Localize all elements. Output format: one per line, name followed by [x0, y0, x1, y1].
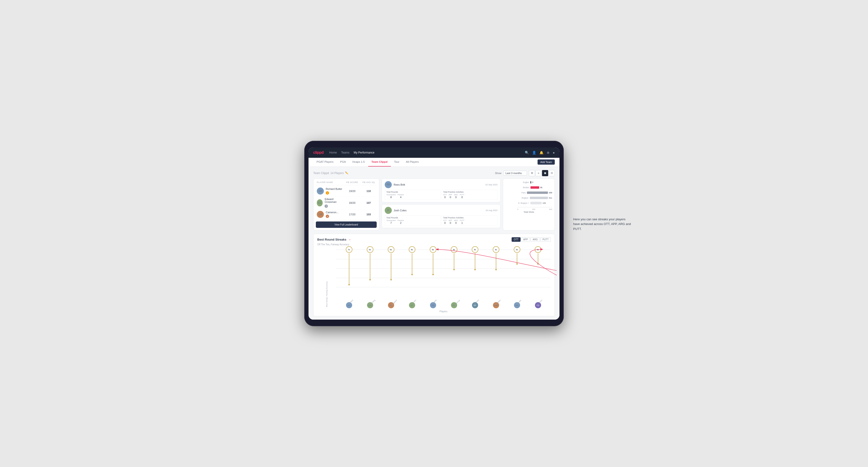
tab-team-clippd[interactable]: Team Clippd	[368, 158, 391, 166]
streak-bubble: 6x	[388, 246, 394, 253]
player-bar-mcharg: 6x	[369, 250, 371, 287]
x-player-britt: R. Britt RB	[426, 299, 440, 308]
bar-dbogeys	[530, 202, 541, 204]
nav-home[interactable]: Home	[329, 150, 337, 155]
team-header: Team Clippd 14 Players ✏️ Show Last 3 mo…	[313, 170, 555, 176]
avatar: RB	[317, 187, 324, 195]
period-select[interactable]: Last 3 months	[503, 171, 527, 176]
streak-bubble: 7x	[346, 246, 352, 253]
table-row[interactable]: EC Edward Crossman 2 18/20 107	[316, 196, 377, 210]
tab-pgat-players[interactable]: PGAT Players	[313, 158, 337, 166]
streak-line	[412, 253, 412, 274]
leaderboard-panel: PLAYER NAME PB SCORE PB AVG SQ RB Richar…	[313, 179, 379, 231]
streak-dot	[495, 269, 497, 270]
bar-row-eagles: Eagles 3	[517, 181, 552, 184]
view-icons: ⊞ ≡ ▣ ⊟	[529, 170, 555, 176]
streak-line	[454, 253, 454, 269]
search-icon[interactable]: 🔍	[525, 151, 529, 154]
card-stats: Total Rounds Tournament 7 Practice	[385, 215, 497, 225]
x-player-butler: R. Butler RB	[510, 299, 524, 308]
player-name: Josh Coles	[394, 209, 406, 212]
streak-bubble: 4x	[472, 246, 478, 253]
streak-dot	[474, 269, 476, 270]
card-date: 26 Aug 2023	[486, 209, 497, 212]
edit-icon[interactable]: ✏️	[345, 172, 348, 175]
pb-avg: 110	[362, 190, 376, 192]
table-row[interactable]: RB Richard Butler 1 19/20 110	[316, 186, 377, 196]
grid-view-icon[interactable]: ⊞	[529, 170, 535, 176]
settings-icon[interactable]: ⊕	[547, 151, 550, 154]
streak-dot	[537, 263, 539, 264]
card-date: 02 Sep 2023	[486, 184, 497, 186]
x-player-ford: D. Ford DF	[468, 299, 482, 308]
tabs-bar: PGAT Players PGA Hcaps 1-5 Team Clippd T…	[309, 158, 559, 167]
bar-row-bogeys: Bogeys 311	[517, 197, 552, 199]
ott-filter-button[interactable]: OTT	[512, 237, 521, 242]
table-row[interactable]: CM Cameron... 3 17/20 103	[316, 210, 377, 220]
bar-chart-panel: Eagles 3 Birdies 96	[503, 179, 555, 231]
nav-my-performance[interactable]: My Performance	[353, 150, 374, 155]
lb-header: PLAYER NAME PB SCORE PB AVG SQ	[316, 181, 377, 185]
y-axis: Best Streak, Fairway Accuracy	[317, 250, 336, 313]
x-player-crossman: E. Crossman EC	[447, 299, 461, 308]
tab-tour[interactable]: Tour	[391, 158, 403, 166]
view-leaderboard-button[interactable]: View Full Leaderboard	[316, 221, 377, 228]
card-top: RB Rees Britt 02 Sep 2023	[385, 181, 497, 188]
tab-all-players[interactable]: All Players	[403, 158, 422, 166]
streak-line	[349, 253, 349, 284]
pb-score: 18/20	[343, 201, 362, 204]
x-player-quick: C. Quick CQ	[531, 299, 545, 308]
x-player-coles: J. Coles JC	[405, 299, 419, 308]
app-filter-button[interactable]: APP	[521, 237, 530, 242]
card-player: JC Josh Coles	[385, 207, 406, 214]
player-info: EC Edward Crossman 2	[317, 198, 343, 208]
add-team-button[interactable]: Add Team	[537, 159, 555, 165]
user-icon[interactable]: 👤	[532, 151, 536, 154]
streak-filter-buttons: OTT APP ARG PUTT	[512, 237, 551, 242]
streak-bubble: 6x	[367, 246, 373, 253]
streak-bubble: 5x	[430, 246, 436, 253]
streak-dot	[516, 263, 518, 264]
nav-teams[interactable]: Teams	[341, 150, 349, 155]
player-col-header: PLAYER NAME	[317, 181, 343, 184]
list-view-icon[interactable]: ≡	[535, 170, 541, 176]
stat-group-practice: Total Practice Activities OTT 0 APP	[441, 190, 497, 200]
streak-line	[475, 253, 475, 269]
stat-group-rounds: Total Rounds Tournament 7 Practice	[385, 215, 441, 225]
pb-avg-col-header: PB AVG SQ	[362, 181, 376, 184]
pb-score-col-header: PB SCORE	[343, 181, 362, 184]
streak-line	[538, 253, 538, 263]
tabs-list: PGAT Players PGA Hcaps 1-5 Team Clippd T…	[313, 158, 422, 166]
player-bars: 7x 6x	[336, 250, 551, 287]
table-view-icon[interactable]: ⊟	[549, 170, 555, 176]
team-count: 14 Players	[331, 172, 344, 175]
bell-icon[interactable]: 🔔	[539, 151, 544, 154]
avatar: CM	[317, 211, 324, 218]
x-player-mcharg: B. McHarg BM	[363, 299, 377, 308]
bar-bogeys	[530, 197, 548, 199]
annotation-text: Here you can see streaks your players ha…	[573, 217, 632, 231]
arg-filter-button[interactable]: ARG	[530, 237, 540, 242]
bar-row-dbogeys: D. Bogeys + 131	[517, 202, 552, 204]
tab-pga[interactable]: PGA	[337, 158, 349, 166]
streak-bubble: 3x	[535, 246, 541, 253]
player-card-josh: JC Josh Coles 26 Aug 2023 Total Rounds	[382, 204, 500, 228]
avatar-icon[interactable]: ●	[553, 151, 555, 154]
three-col-layout: PLAYER NAME PB SCORE PB AVG SQ RB Richar…	[313, 179, 555, 231]
tab-hcaps[interactable]: Hcaps 1-5	[349, 158, 368, 166]
streak-line	[517, 253, 517, 263]
rank-badge-2: 2	[324, 205, 328, 208]
player-name: Edward Crossman	[324, 198, 343, 203]
avatar: EC	[317, 199, 323, 206]
putt-filter-button[interactable]: PUTT	[540, 237, 551, 242]
card-view-icon[interactable]: ▣	[542, 170, 548, 176]
avatar: RB	[385, 181, 392, 188]
card-stats: Total Rounds Tournament 8 Practice	[385, 190, 497, 200]
bar-row-pars: Pars 499	[517, 191, 552, 194]
main-content: Team Clippd 14 Players ✏️ Show Last 3 mo…	[309, 167, 559, 320]
nav-icons: 🔍 👤 🔔 ⊕ ●	[525, 151, 555, 154]
streak-line	[496, 253, 496, 269]
player-bar-britt: 5x	[432, 250, 434, 287]
player-name: Richard Butler	[326, 187, 342, 190]
player-cards: RB Rees Britt 02 Sep 2023 Total Rounds	[382, 179, 500, 231]
